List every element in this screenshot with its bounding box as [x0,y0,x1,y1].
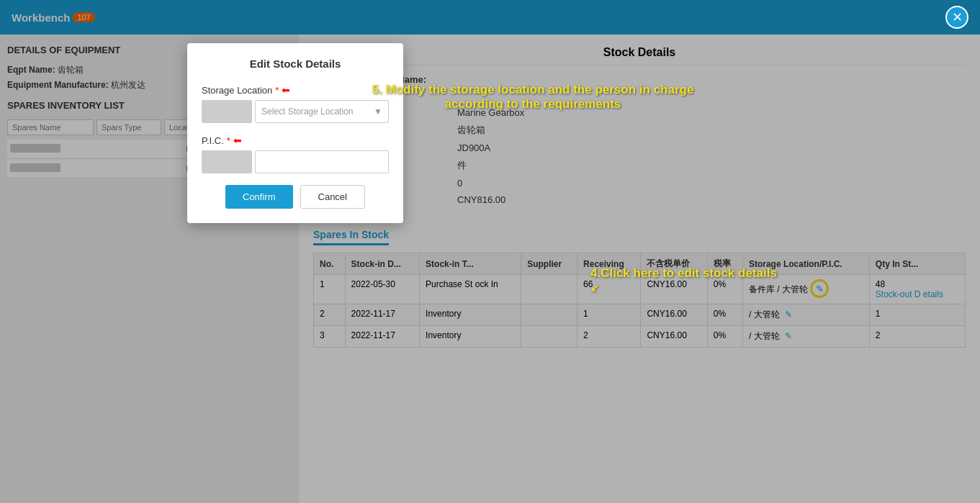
pic-blur-placeholder [202,150,252,173]
storage-location-field-label: Storage Location * ⬅ [202,84,389,96]
pic-required-star: * [227,135,230,146]
modal-overlay [0,0,980,503]
pic-arrow-icon: ⬅ [233,135,242,146]
storage-location-label: Storage Location [202,85,272,96]
storage-location-placeholder: Select Storage Location [261,107,353,117]
pic-input-row [202,150,389,173]
cancel-button[interactable]: Cancel [300,185,365,209]
modal-buttons: Confirm Cancel [202,185,389,209]
pic-label: P.I.C. [202,135,224,146]
confirm-button[interactable]: Confirm [225,185,293,209]
storage-required-star: * [275,85,279,96]
pic-input[interactable] [255,150,389,173]
storage-blur-placeholder [202,100,252,123]
pic-field-label: P.I.C. * ⬅ [202,135,389,146]
modal-title: Edit Stock Details [202,58,389,70]
close-button[interactable]: ✕ [945,6,968,29]
storage-location-select[interactable]: Select Storage Location ▼ [255,100,389,123]
storage-input-row: Select Storage Location ▼ [202,100,389,123]
edit-stock-modal: Edit Stock Details Storage Location * ⬅ … [187,43,403,223]
dropdown-arrow-icon: ▼ [374,107,382,117]
storage-arrow-icon: ⬅ [282,84,290,96]
